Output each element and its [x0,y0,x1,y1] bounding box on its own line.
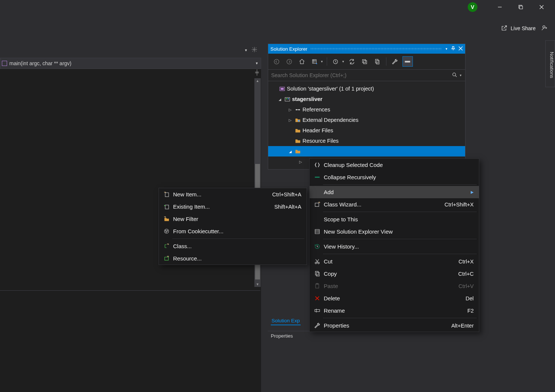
menu-cookiecutter[interactable]: From Cookiecutter... [159,225,307,237]
home-button[interactable] [297,56,307,67]
menu-label: Class... [173,243,301,249]
menu-cleanup[interactable]: Cleanup Selected Code [310,159,479,171]
editor-dropdown-icon[interactable]: ▼ [244,48,248,52]
menu-add[interactable]: Add ▶ [310,186,479,198]
menu-copy[interactable]: Copy Ctrl+C [310,268,479,280]
menu-collapse[interactable]: Collapse Recursively [310,171,479,183]
twisty-icon[interactable] [288,118,293,122]
dropdown-icon[interactable]: ▼ [459,74,462,77]
avatar-initial: V [471,4,474,10]
close-icon[interactable] [458,46,463,52]
tab-solution-explorer[interactable]: Solution Exp [271,316,301,325]
close-button[interactable] [532,0,551,14]
dropdown-icon[interactable]: ▼ [342,60,345,63]
pending-changes-button[interactable] [330,56,341,67]
new-filter-icon [161,216,172,222]
menu-shortcut: F2 [467,308,474,314]
svg-rect-2 [520,6,523,9]
menu-classwizard[interactable]: Class Wizard... Ctrl+Shift+X [310,198,479,211]
menu-separator [323,318,477,318]
scroll-up-icon[interactable]: ▲ [254,79,261,83]
menu-label: Paste [324,283,448,289]
svg-rect-28 [298,120,300,121]
live-share-button[interactable]: Live Share [501,25,536,32]
new-item-icon [161,191,172,197]
menu-shortcut: Ctrl+V [458,283,474,289]
newview-icon [312,228,322,235]
collapse-icon [312,174,322,180]
back-button[interactable] [271,56,282,67]
twisty-icon[interactable] [288,108,293,112]
tree-label: External Dependencies [302,117,358,123]
switch-views-button[interactable] [309,56,320,67]
twisty-icon[interactable] [277,97,282,101]
menu-label: From Cookiecutter... [173,228,301,234]
search-input[interactable] [271,72,452,78]
split-icon[interactable]: ╪ [254,69,260,76]
menu-separator [323,254,477,254]
tree-external-deps[interactable]: External Dependencies [268,115,465,125]
menu-label: Rename [324,307,457,314]
search-icon[interactable] [452,72,458,79]
svg-rect-17 [405,61,410,62]
twisty-icon[interactable] [288,149,293,154]
minimize-button[interactable] [490,0,509,14]
menu-separator [323,184,477,185]
menu-delete[interactable]: Delete Del [310,292,479,304]
show-all-files-button[interactable] [372,56,383,67]
editor-top-controls: ▼ [244,47,257,54]
tree-headers[interactable]: Header Files [268,125,465,136]
toolbar-separator [386,57,386,66]
tree-project[interactable]: stagersliver [268,94,465,104]
collapse-all-button[interactable] [360,56,370,67]
menu-shortcut: Del [465,295,474,301]
menu-class[interactable]: Class... [159,240,307,252]
feedback-icon[interactable] [541,25,548,32]
menu-label: Add [324,189,464,195]
gear-icon[interactable] [251,47,257,54]
svg-point-47 [165,230,166,231]
notifications-tab[interactable]: Notifications [545,40,555,87]
solution-explorer-titlebar[interactable]: Solution Explorer ▼ [268,44,465,54]
menu-properties[interactable]: Properties Alt+Enter [310,319,479,332]
menu-scope[interactable]: Scope to This [310,213,479,225]
menu-label: New Filter [173,216,301,222]
editor-divider [0,290,260,291]
resource-icon [161,255,172,262]
forward-button[interactable] [284,56,294,67]
svg-point-48 [167,231,167,231]
copy-icon [312,271,322,277]
maximize-button[interactable] [511,0,530,14]
menu-existing-item[interactable]: Existing Item... Shift+Alt+A [159,200,307,213]
toolbar-right: Live Share [501,22,548,34]
menu-newview[interactable]: New Solution Explorer View [310,225,479,238]
references-icon [294,106,301,113]
properties-button[interactable] [390,56,400,67]
scroll-down-icon[interactable]: ▼ [254,282,261,286]
menu-history[interactable]: View History... [310,240,479,253]
menu-new-item[interactable]: New Item... Ctrl+Shift+A [159,188,307,200]
sync-button[interactable] [347,56,357,67]
solution-icon [279,85,285,92]
tree-references[interactable]: References [268,104,465,115]
tree-solution[interactable]: Solution 'stagersliver' (1 of 1 project) [268,83,465,94]
class-icon [161,243,172,249]
tree-resource-files[interactable]: Resource Files [268,136,465,146]
twisty-icon[interactable] [298,160,303,164]
avatar[interactable]: V [468,2,477,12]
tree-source-files-selected[interactable] [268,146,465,157]
preview-button[interactable] [402,56,413,67]
grip-dots[interactable] [310,48,442,50]
svg-rect-22 [285,97,290,101]
dropdown-icon[interactable]: ▼ [320,60,323,63]
menu-shortcut: Ctrl+Shift+X [445,202,474,208]
pin-icon[interactable] [451,46,455,52]
editor-navbar-combo[interactable]: main(int argc, char ** argv) ▼ [0,58,261,69]
panel-menu-icon[interactable]: ▼ [445,47,448,51]
menu-resource[interactable]: Resource... [159,252,307,265]
properties-panel-title[interactable]: Properties [268,331,465,341]
menu-paste[interactable]: Paste Ctrl+V [310,280,479,292]
menu-cut[interactable]: Cut Ctrl+X [310,255,479,268]
menu-rename[interactable]: Rename F2 [310,304,479,317]
menu-new-filter[interactable]: New Filter [159,213,307,225]
